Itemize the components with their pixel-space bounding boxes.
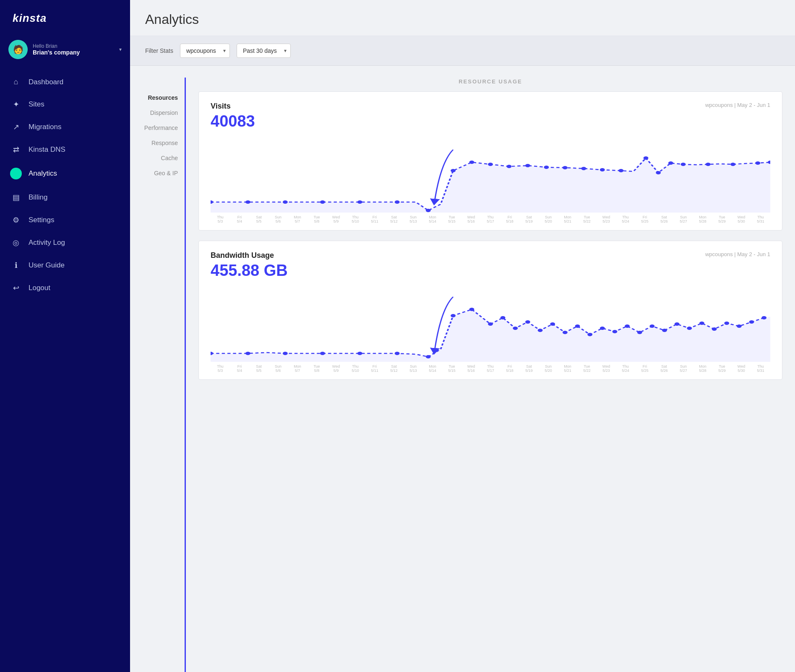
bandwidth-value: 455.88 GB — [211, 262, 770, 280]
sidebar-item-sites[interactable]: ✦ Sites — [0, 93, 130, 116]
bandwidth-chart — [211, 286, 770, 362]
user-menu[interactable]: 🧑 Hello Brian Brian's company ▾ — [0, 35, 130, 67]
site-select-wrapper[interactable]: wpcoupons — [180, 44, 230, 58]
sub-nav-response[interactable]: Response — [130, 135, 185, 150]
activity-icon: ◎ — [10, 238, 22, 247]
gear-icon: ⚙ — [10, 215, 22, 225]
sidebar-item-dashboard[interactable]: ⌂ Dashboard — [0, 71, 130, 93]
visits-meta: wpcoupons | May 2 - Jun 1 — [705, 102, 770, 108]
svg-point-46 — [637, 331, 642, 334]
sub-nav: Resources Dispersion Performance Respons… — [130, 78, 185, 672]
svg-point-54 — [737, 324, 742, 328]
sidebar-item-label: Settings — [29, 216, 54, 224]
sidebar-item-user-guide[interactable]: ℹ User Guide — [0, 254, 130, 277]
svg-point-18 — [656, 171, 661, 174]
svg-point-51 — [699, 322, 704, 325]
sidebar-item-migrations[interactable]: ↗ Migrations — [0, 116, 130, 138]
migrations-icon: ↗ — [10, 122, 22, 132]
sidebar-item-billing[interactable]: ▤ Billing — [0, 186, 130, 209]
svg-point-44 — [613, 330, 618, 333]
svg-point-40 — [563, 331, 568, 334]
sub-nav-performance[interactable]: Performance — [130, 120, 185, 135]
date-select[interactable]: Past 30 days Past 7 days Past 60 days — [237, 44, 291, 58]
svg-point-28 — [320, 352, 325, 355]
svg-point-37 — [525, 320, 530, 324]
sidebar-item-logout[interactable]: ↩ Logout — [0, 277, 130, 299]
svg-point-15 — [600, 168, 605, 171]
visits-chart-card: Visits wpcoupons | May 2 - Jun 1 40083 .… — [198, 91, 782, 231]
svg-point-1 — [245, 200, 250, 204]
svg-point-3 — [320, 200, 325, 204]
sidebar-item-activity-log[interactable]: ◎ Activity Log — [0, 231, 130, 254]
user-hello: Hello Brian — [33, 43, 114, 49]
svg-point-50 — [687, 327, 692, 330]
svg-point-17 — [644, 156, 649, 160]
svg-point-19 — [668, 161, 673, 165]
visits-card-header: Visits wpcoupons | May 2 - Jun 1 — [211, 102, 770, 111]
bandwidth-card-header: Bandwidth Usage wpcoupons | May 2 - Jun … — [211, 251, 770, 260]
svg-point-13 — [563, 166, 568, 169]
sub-nav-section: Resources Dispersion Performance Respons… — [130, 66, 186, 672]
svg-point-53 — [724, 322, 729, 325]
logo: kinsta — [0, 0, 130, 35]
filter-label: Filter Stats — [145, 47, 173, 54]
sites-icon: ✦ — [10, 100, 22, 109]
svg-point-33 — [469, 308, 474, 311]
sidebar-item-label: Migrations — [29, 123, 61, 131]
user-info: Hello Brian Brian's company — [33, 43, 114, 56]
sub-nav-resources[interactable]: Resources — [130, 90, 185, 105]
svg-point-4 — [357, 200, 362, 204]
sidebar-item-label: Analytics — [29, 169, 57, 178]
svg-point-22 — [730, 163, 735, 166]
svg-point-47 — [649, 324, 654, 328]
visits-label: Visits — [211, 102, 231, 111]
svg-point-7 — [451, 169, 456, 172]
site-select[interactable]: wpcoupons — [180, 44, 230, 58]
dns-icon: ⇄ — [10, 145, 22, 154]
sidebar-item-settings[interactable]: ⚙ Settings — [0, 209, 130, 231]
chevron-down-icon: ▾ — [119, 47, 122, 52]
page-title: Analytics — [145, 12, 780, 27]
svg-point-36 — [513, 327, 518, 330]
svg-point-56 — [761, 316, 766, 319]
sidebar-item-label: Dashboard — [29, 78, 63, 86]
svg-point-55 — [749, 320, 754, 324]
visits-value: 40083 — [211, 112, 770, 130]
date-select-wrapper[interactable]: Past 30 days Past 7 days Past 60 days — [237, 44, 291, 58]
page-header: Analytics — [130, 0, 795, 36]
svg-point-27 — [283, 352, 288, 355]
svg-point-32 — [451, 314, 456, 317]
sidebar-item-label: Sites — [29, 100, 44, 109]
visits-chart: .chart-line { fill: none; stroke: #3d3df… — [211, 137, 770, 213]
svg-point-11 — [525, 164, 530, 167]
visits-x-labels: Thu5/3 Fri5/4 Sat5/5 Sun5/6 Mon5/7 Tue5/… — [211, 213, 770, 223]
svg-point-43 — [600, 327, 605, 330]
svg-point-34 — [488, 322, 493, 326]
billing-icon: ▤ — [10, 193, 22, 202]
svg-point-42 — [587, 333, 592, 336]
filter-bar: Filter Stats wpcoupons Past 30 days Past… — [130, 36, 795, 66]
content-area: Resources Dispersion Performance Respons… — [130, 66, 795, 672]
svg-point-20 — [681, 163, 686, 166]
sub-nav-dispersion[interactable]: Dispersion — [130, 105, 185, 120]
sidebar-item-kinsta-dns[interactable]: ⇄ Kinsta DNS — [0, 138, 130, 161]
bandwidth-x-labels: Thu5/3 Fri5/4 Sat5/5 Sun5/6 Mon5/7 Tue5/… — [211, 362, 770, 373]
sidebar-item-label: Billing — [29, 193, 47, 202]
user-company: Brian's company — [33, 49, 114, 56]
sub-nav-geo-ip[interactable]: Geo & IP — [130, 166, 185, 181]
sidebar-item-analytics[interactable]: ◉ Analytics — [0, 161, 130, 186]
section-title: RESOURCE USAGE — [198, 74, 782, 91]
sub-nav-cache[interactable]: Cache — [130, 150, 185, 166]
svg-point-49 — [675, 322, 680, 326]
sidebar-item-label: Activity Log — [29, 239, 65, 247]
svg-point-30 — [395, 352, 400, 355]
svg-point-35 — [500, 316, 506, 319]
charts-area: RESOURCE USAGE Visits wpcoupons | May 2 … — [186, 66, 795, 672]
svg-point-21 — [706, 163, 711, 166]
sidebar: kinsta 🧑 Hello Brian Brian's company ▾ ⌂… — [0, 0, 130, 672]
svg-point-39 — [550, 322, 555, 326]
svg-point-38 — [538, 329, 543, 332]
svg-point-6 — [426, 209, 431, 212]
svg-point-10 — [507, 165, 512, 168]
analytics-icon: ◉ — [10, 168, 22, 179]
